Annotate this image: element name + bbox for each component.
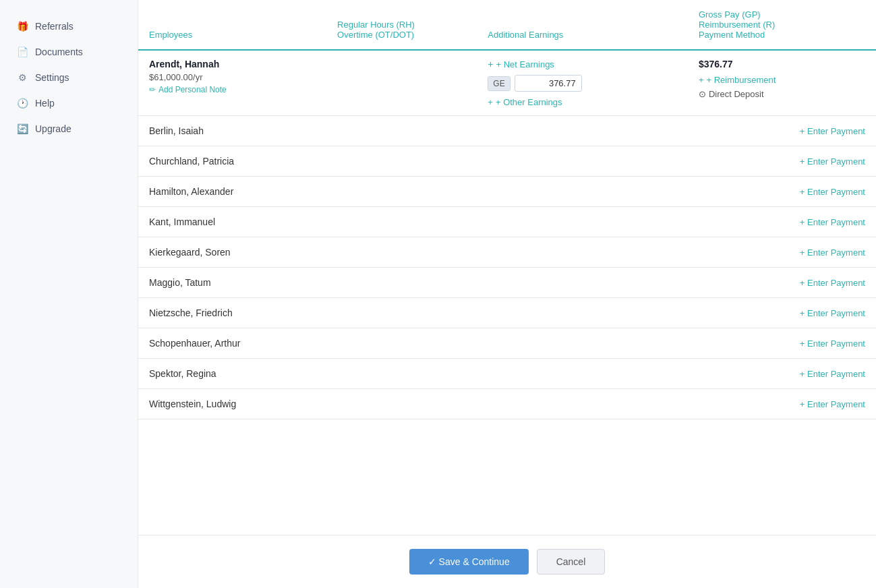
documents-icon: 📄 <box>16 46 28 58</box>
enter-payment-link-kierkegaard[interactable]: + Enter Payment <box>699 247 865 258</box>
sidebar-item-label: Settings <box>35 72 69 83</box>
employee-name-kant: Kant, Immanuel <box>138 207 326 237</box>
sidebar-item-label: Help <box>35 98 55 109</box>
col-header-employees: Employees <box>138 0 326 50</box>
enter-payment-link-hamilton[interactable]: + Enter Payment <box>699 187 865 197</box>
direct-deposit-info: ⊙ Direct Deposit <box>699 89 865 99</box>
enter-payment-spektor[interactable]: + Enter Payment <box>688 359 876 389</box>
employee-row-nietzsche: Nietzsche, Friedrich + Enter Payment <box>138 298 876 328</box>
sidebar-item-label: Upgrade <box>35 123 71 134</box>
employee-info-arendt: Arendt, Hannah $61,000.00/yr ✏ Add Perso… <box>138 50 326 116</box>
enter-payment-link-nietzsche[interactable]: + Enter Payment <box>699 308 865 318</box>
employee-payment-arendt: $376.77 + + Reimbursement ⊙ Direct Depos… <box>688 50 876 116</box>
content-area: Employees Regular Hours (RH) Overtime (O… <box>138 0 876 535</box>
other-earnings-link[interactable]: + + Other Earnings <box>488 97 677 107</box>
enter-payment-link-berlin[interactable]: + Enter Payment <box>699 126 865 136</box>
employee-hours-arendt <box>326 50 477 116</box>
employee-row-schopenhauer: Schopenhauer, Arthur + Enter Payment <box>138 328 876 359</box>
enter-payment-link-schopenhauer[interactable]: + Enter Payment <box>699 339 865 349</box>
main-content: Employees Regular Hours (RH) Overtime (O… <box>138 0 876 588</box>
enter-payment-berlin[interactable]: + Enter Payment <box>688 116 876 146</box>
sidebar-item-label: Documents <box>35 47 83 57</box>
employee-row-spektor: Spektor, Regina + Enter Payment <box>138 359 876 389</box>
enter-payment-kierkegaard[interactable]: + Enter Payment <box>688 237 876 268</box>
cancel-button[interactable]: Cancel <box>537 549 606 575</box>
employee-name-nietzsche: Nietzsche, Friedrich <box>138 298 326 328</box>
plus-icon-reimburse: + <box>699 75 704 85</box>
employee-earnings-arendt: + + Net Earnings GE + + Other Earnings <box>477 50 688 116</box>
employee-name-spektor: Spektor, Regina <box>138 359 326 389</box>
reimbursement-link[interactable]: + + Reimbursement <box>699 75 865 85</box>
settings-icon: ⚙ <box>16 71 28 84</box>
enter-payment-link-churchland[interactable]: + Enter Payment <box>699 156 865 167</box>
referrals-icon: 🎁 <box>16 20 28 32</box>
employee-name-berlin: Berlin, Isaiah <box>138 116 326 146</box>
enter-payment-link-maggio[interactable]: + Enter Payment <box>699 278 865 288</box>
upgrade-icon: 🔄 <box>16 123 28 135</box>
employee-row-maggio: Maggio, Tatum + Enter Payment <box>138 268 876 298</box>
enter-payment-maggio[interactable]: + Enter Payment <box>688 268 876 298</box>
plus-icon-other: + <box>488 97 493 107</box>
sidebar-item-label: Referrals <box>35 21 74 32</box>
employee-salary-arendt: $61,000.00/yr <box>149 72 316 82</box>
save-continue-button[interactable]: ✓ Save & Continue <box>409 549 529 575</box>
enter-payment-hamilton[interactable]: + Enter Payment <box>688 177 876 207</box>
employee-row-wittgenstein: Wittgenstein, Ludwig + Enter Payment <box>138 389 876 419</box>
employee-name-schopenhauer: Schopenhauer, Arthur <box>138 328 326 359</box>
earnings-input[interactable] <box>515 75 582 92</box>
enter-payment-link-spektor[interactable]: + Enter Payment <box>699 369 865 379</box>
ge-badge: GE <box>488 76 510 91</box>
enter-payment-kant[interactable]: + Enter Payment <box>688 207 876 237</box>
employee-row-hamilton: Hamilton, Alexander + Enter Payment <box>138 177 876 207</box>
enter-payment-wittgenstein[interactable]: + Enter Payment <box>688 389 876 419</box>
earnings-input-row: GE <box>488 75 677 92</box>
sidebar-item-referrals[interactable]: 🎁 Referrals <box>0 13 138 39</box>
sidebar-item-settings[interactable]: ⚙ Settings <box>0 65 138 90</box>
help-icon: 🕐 <box>16 97 28 109</box>
employee-row-kierkegaard: Kierkegaard, Soren + Enter Payment <box>138 237 876 268</box>
col-header-hours: Regular Hours (RH) Overtime (OT/DOT) <box>326 0 477 50</box>
sidebar-item-upgrade[interactable]: 🔄 Upgrade <box>0 116 138 142</box>
net-earnings-label[interactable]: + + Net Earnings <box>488 59 677 69</box>
sidebar: 🎁 Referrals 📄 Documents ⚙ Settings 🕐 Hel… <box>0 0 138 588</box>
enter-payment-link-wittgenstein[interactable]: + Enter Payment <box>699 399 865 409</box>
add-note-button[interactable]: ✏ Add Personal Note <box>149 85 316 94</box>
col-header-payment: Gross Pay (GP) Reimbursement (R) Payment… <box>688 0 876 50</box>
plus-icon: + <box>488 59 493 69</box>
employee-name-churchland: Churchland, Patricia <box>138 146 326 177</box>
enter-payment-schopenhauer[interactable]: + Enter Payment <box>688 328 876 359</box>
employee-row-churchland: Churchland, Patricia + Enter Payment <box>138 146 876 177</box>
sidebar-item-help[interactable]: 🕐 Help <box>0 90 138 116</box>
payroll-table: Employees Regular Hours (RH) Overtime (O… <box>138 0 876 419</box>
employee-name-hamilton: Hamilton, Alexander <box>138 177 326 207</box>
footer: ✓ Save & Continue Cancel <box>138 535 876 588</box>
pencil-icon: ✏ <box>149 85 156 94</box>
employee-row-berlin: Berlin, Isaiah + Enter Payment <box>138 116 876 146</box>
enter-payment-churchland[interactable]: + Enter Payment <box>688 146 876 177</box>
employee-name-arendt: Arendt, Hannah <box>149 59 316 69</box>
sidebar-item-documents[interactable]: 📄 Documents <box>0 39 138 65</box>
deposit-icon: ⊙ <box>699 89 706 99</box>
employee-name-maggio: Maggio, Tatum <box>138 268 326 298</box>
enter-payment-nietzsche[interactable]: + Enter Payment <box>688 298 876 328</box>
employee-name-kierkegaard: Kierkegaard, Soren <box>138 237 326 268</box>
employee-name-wittgenstein: Wittgenstein, Ludwig <box>138 389 326 419</box>
gross-pay-value: $376.77 <box>699 59 865 69</box>
employee-row-arendt: Arendt, Hannah $61,000.00/yr ✏ Add Perso… <box>138 50 876 116</box>
employee-row-kant: Kant, Immanuel + Enter Payment <box>138 207 876 237</box>
enter-payment-link-kant[interactable]: + Enter Payment <box>699 217 865 227</box>
col-header-additional-earnings: Additional Earnings <box>477 0 688 50</box>
